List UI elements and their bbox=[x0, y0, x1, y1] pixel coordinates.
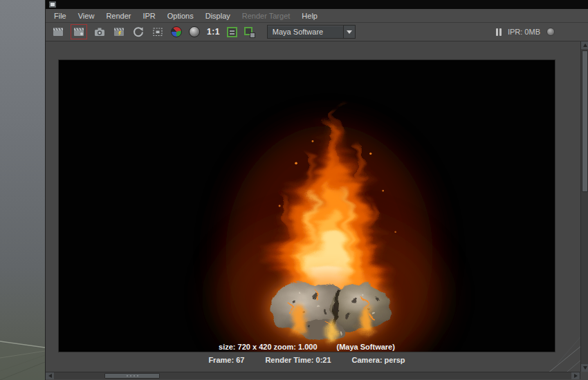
renderer-select[interactable]: Maya Software bbox=[267, 25, 356, 39]
window-titlebar[interactable] bbox=[46, 0, 588, 9]
toolbar-right-group: IPR: 0MB bbox=[496, 28, 555, 36]
render-image[interactable]: size: 720 x 420 zoom: 1.000(Maya Softwar… bbox=[58, 59, 555, 352]
render-region-icon[interactable] bbox=[151, 24, 165, 39]
menu-options[interactable]: Options bbox=[167, 12, 194, 20]
screen: File View Render IPR Options Display Ren… bbox=[0, 0, 588, 380]
scroll-up-button[interactable] bbox=[581, 41, 588, 49]
fire-render bbox=[59, 60, 555, 352]
keep-image-icon[interactable] bbox=[226, 24, 238, 39]
menu-view[interactable]: View bbox=[78, 12, 95, 20]
rgb-channels-icon[interactable] bbox=[170, 24, 183, 39]
renderer-name-label: (Maya Software) bbox=[337, 343, 395, 351]
menu-render[interactable]: Render bbox=[106, 12, 131, 20]
chevron-down-icon bbox=[347, 30, 352, 37]
frame-label: Frame: 67 bbox=[208, 356, 244, 364]
maya-viewport-edge[interactable] bbox=[0, 0, 45, 380]
menu-file[interactable]: File bbox=[54, 12, 66, 20]
render-current-frame-icon[interactable] bbox=[51, 24, 65, 39]
scroll-left-button[interactable] bbox=[46, 372, 54, 379]
menu-display[interactable]: Display bbox=[205, 12, 230, 20]
camera-label: Camera: persp bbox=[352, 356, 405, 364]
remove-image-icon[interactable] bbox=[244, 24, 256, 39]
arrow-down-icon bbox=[583, 366, 587, 370]
horizontal-scrollbar-thumb[interactable] bbox=[104, 373, 160, 379]
ipr-memory-label: IPR: 0MB bbox=[508, 28, 540, 36]
window-icon bbox=[49, 1, 56, 8]
menubar: File View Render IPR Options Display Ren… bbox=[46, 9, 588, 23]
horizontal-scrollbar[interactable] bbox=[46, 372, 580, 379]
menu-render-target: Render Target bbox=[242, 12, 291, 20]
toolbar: 1:1 Maya Software IPR: 0MB bbox=[46, 23, 588, 41]
render-info-status: Frame: 67Render Time: 0:21Camera: persp bbox=[58, 356, 555, 364]
menu-help[interactable]: Help bbox=[302, 12, 318, 20]
scroll-down-button[interactable] bbox=[581, 364, 588, 372]
one-to-one-icon[interactable]: 1:1 bbox=[206, 24, 221, 39]
render-time-label: Render Time: 0:21 bbox=[265, 356, 331, 364]
renderer-select-arrow[interactable] bbox=[343, 26, 355, 38]
ipr-render-icon[interactable] bbox=[112, 24, 126, 39]
viewport-grid-lines bbox=[0, 0, 45, 380]
size-zoom-label: size: 720 x 420 zoom: 1.000 bbox=[219, 343, 317, 351]
vertical-scrollbar-thumb[interactable] bbox=[582, 50, 588, 192]
vertical-scrollbar[interactable] bbox=[580, 41, 588, 372]
arrow-up-icon bbox=[583, 44, 587, 47]
render-size-status: size: 720 x 420 zoom: 1.000(Maya Softwar… bbox=[59, 343, 555, 351]
renderer-select-value: Maya Software bbox=[268, 28, 343, 36]
render-view-window: File View Render IPR Options Display Ren… bbox=[45, 0, 588, 380]
redo-previous-render-icon[interactable] bbox=[71, 24, 87, 39]
ipr-memory-indicator-icon bbox=[546, 28, 555, 36]
alpha-channel-icon[interactable] bbox=[188, 24, 201, 39]
one-to-one-label: 1:1 bbox=[207, 27, 220, 37]
arrow-right-icon bbox=[574, 374, 578, 378]
refresh-render-icon[interactable] bbox=[131, 24, 145, 39]
scrollbar-corner bbox=[580, 372, 588, 380]
scroll-right-button[interactable] bbox=[571, 372, 580, 379]
snapshot-icon[interactable] bbox=[93, 24, 107, 39]
arrow-left-icon bbox=[48, 374, 52, 378]
menu-ipr[interactable]: IPR bbox=[143, 12, 155, 20]
pause-ipr-icon[interactable] bbox=[496, 28, 502, 36]
